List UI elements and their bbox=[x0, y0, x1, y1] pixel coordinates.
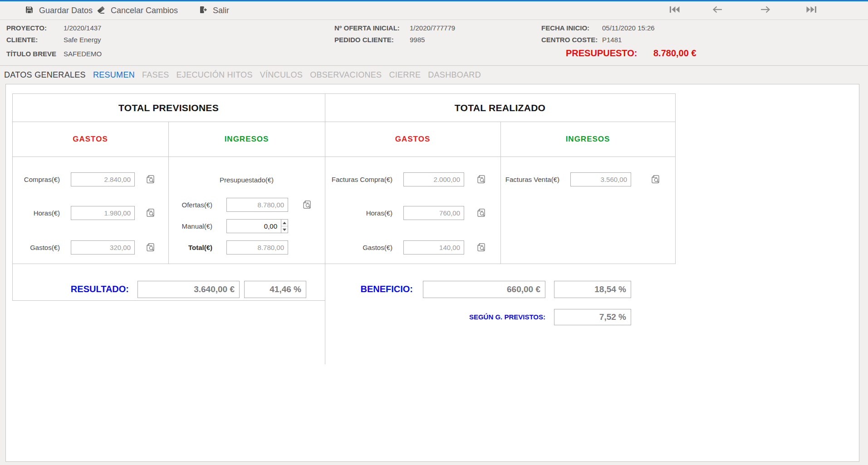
exit-button-label: Salir bbox=[213, 6, 229, 15]
compras-lookup-icon[interactable] bbox=[145, 174, 156, 185]
centro-coste-label: CENTRO COSTE: bbox=[541, 35, 598, 44]
previsiones-gastos-header-cell: GASTOS bbox=[12, 122, 168, 157]
table-line-under-resultado bbox=[12, 300, 325, 301]
realizado-ingresos-header-cell: INGRESOS bbox=[500, 122, 675, 157]
gastos-previstos-row: Gastos(€) bbox=[12, 240, 156, 255]
titulo-breve-value: SAFEDEMO bbox=[64, 49, 102, 58]
facturas-venta-input bbox=[570, 172, 631, 186]
realizado-ingresos-header: INGRESOS bbox=[566, 135, 610, 144]
facturas-compra-input bbox=[403, 172, 464, 186]
facturas-compra-row: Facturas Compra(€) bbox=[325, 172, 486, 186]
toolbar: Guardar Datos Cancelar Cambios bbox=[0, 1, 868, 20]
segun-previstos-pct-box: 7,52 % bbox=[554, 309, 631, 325]
save-button-label: Guardar Datos bbox=[39, 6, 93, 15]
summary-table: TOTAL PREVISIONES TOTAL REALIZADO GASTOS… bbox=[12, 93, 676, 375]
tab-observaciones: OBSERVACIONES bbox=[310, 70, 382, 80]
gastos-previstos-label: Gastos(€) bbox=[12, 244, 60, 251]
beneficio-importe-value: 660,00 € bbox=[507, 284, 540, 294]
cancel-changes-button[interactable]: Cancelar Cambios bbox=[96, 1, 178, 20]
tab-resumen[interactable]: RESUMEN bbox=[93, 70, 135, 80]
realizado-title: TOTAL REALIZADO bbox=[455, 103, 546, 113]
spinner-down-icon[interactable] bbox=[281, 226, 288, 233]
cancel-changes-button-label: Cancelar Cambios bbox=[111, 6, 178, 15]
arrow-left-icon bbox=[711, 5, 724, 15]
compras-input bbox=[71, 172, 135, 186]
gastos-realizados-label: Gastos(€) bbox=[325, 244, 392, 251]
gastos-realizados-input bbox=[403, 240, 464, 255]
centro-coste-value: P1481 bbox=[602, 35, 622, 44]
tab-cierre: CIERRE bbox=[389, 70, 421, 80]
ofertas-label: Ofertas(€) bbox=[168, 201, 212, 209]
resultado-label: RESULTADO: bbox=[12, 284, 129, 294]
tab-ejecucion-hitos: EJECUCIÓN HITOS bbox=[177, 70, 253, 80]
ofertas-input bbox=[226, 198, 288, 212]
table-line-under-subheaders bbox=[12, 157, 676, 157]
facturas-compra-label: Facturas Compra(€) bbox=[325, 176, 392, 183]
manual-input[interactable] bbox=[226, 219, 281, 233]
tab-strip: DATOS GENERALES RESUMEN FASES EJECUCIÓN … bbox=[0, 66, 868, 84]
resultado-pct-box: 41,46 % bbox=[244, 281, 306, 298]
ofertas-row: Ofertas(€) bbox=[168, 198, 312, 212]
tab-dashboard: DASHBOARD bbox=[428, 70, 481, 80]
nav-last-button[interactable] bbox=[804, 4, 819, 17]
gastos-realizados-lookup-icon[interactable] bbox=[476, 242, 486, 253]
cliente-value: Safe Energy bbox=[64, 35, 101, 44]
fecha-inicio-value: 05/11/2020 15:26 bbox=[602, 24, 655, 32]
horas-realizadas-input bbox=[403, 206, 464, 220]
nav-next-button[interactable] bbox=[758, 4, 772, 17]
project-info-header: PROYECTO: 1/2020/1437 CLIENTE: Safe Ener… bbox=[0, 20, 868, 65]
table-border-right bbox=[675, 93, 676, 264]
horas-realizadas-row: Horas(€) bbox=[325, 206, 486, 220]
manual-row: Manual(€) bbox=[168, 219, 288, 233]
horas-previstas-lookup-icon[interactable] bbox=[145, 208, 156, 219]
gastos-previstos-input bbox=[71, 240, 135, 255]
titulo-breve-label: TÍTULO BREVE bbox=[6, 49, 56, 58]
segun-previstos-pct-value: 7,52 % bbox=[599, 312, 626, 322]
arrow-right-icon bbox=[759, 5, 771, 15]
realizado-gastos-header-cell: GASTOS bbox=[325, 122, 500, 157]
manual-spinner[interactable] bbox=[281, 219, 288, 233]
horas-previstas-row: Horas(€) bbox=[12, 206, 156, 220]
previsiones-section-header: TOTAL PREVISIONES bbox=[12, 94, 325, 122]
beneficio-label: BENEFICIO: bbox=[325, 284, 413, 294]
proyecto-value: 1/2020/1437 bbox=[64, 24, 101, 32]
pedido-cliente-label: PEDIDO CLIENTE: bbox=[334, 35, 394, 44]
total-previsto-row: Total(€) bbox=[168, 240, 288, 255]
horas-previstas-label: Horas(€) bbox=[12, 209, 60, 217]
exit-icon bbox=[198, 5, 207, 16]
exit-button[interactable]: Salir bbox=[198, 1, 229, 20]
save-icon bbox=[25, 5, 34, 16]
fecha-inicio-label: FECHA INICIO: bbox=[541, 24, 589, 32]
facturas-venta-lookup-icon[interactable] bbox=[650, 174, 661, 185]
nav-first-button[interactable] bbox=[667, 4, 682, 17]
tab-datos-generales[interactable]: DATOS GENERALES bbox=[4, 70, 86, 80]
save-button[interactable]: Guardar Datos bbox=[25, 1, 93, 20]
total-previsto-input bbox=[226, 240, 288, 255]
gastos-realizados-row: Gastos(€) bbox=[325, 240, 486, 255]
resultado-importe-value: 3.640,00 € bbox=[194, 284, 235, 294]
compras-row: Compras(€) bbox=[12, 172, 156, 186]
eraser-icon bbox=[96, 5, 105, 16]
table-line-under-fields bbox=[12, 264, 676, 264]
gastos-previstos-lookup-icon[interactable] bbox=[145, 242, 156, 253]
tab-vinculos: VÍNCULOS bbox=[260, 70, 303, 80]
tab-fases: FASES bbox=[142, 70, 169, 80]
spinner-up-icon[interactable] bbox=[281, 220, 288, 226]
pedido-cliente-value: 9985 bbox=[410, 35, 425, 44]
app-window: Guardar Datos Cancelar Cambios bbox=[0, 0, 868, 465]
facturas-venta-label: Facturas Venta(€) bbox=[500, 176, 559, 183]
beneficio-pct-box: 18,54 % bbox=[554, 281, 631, 298]
previsiones-title: TOTAL PREVISIONES bbox=[118, 103, 219, 113]
oferta-inicial-value: 1/2020/777779 bbox=[410, 24, 455, 32]
compras-label: Compras(€) bbox=[12, 176, 60, 183]
facturas-compra-lookup-icon[interactable] bbox=[476, 174, 486, 185]
presupuesto-label: PRESUPUESTO: bbox=[566, 48, 637, 59]
previsiones-gastos-header: GASTOS bbox=[73, 135, 108, 144]
go-first-icon bbox=[668, 5, 681, 15]
ofertas-lookup-icon[interactable] bbox=[301, 200, 312, 210]
previsiones-ingresos-header-cell: INGRESOS bbox=[168, 122, 325, 157]
nav-previous-button[interactable] bbox=[710, 4, 725, 17]
horas-realizadas-lookup-icon[interactable] bbox=[476, 208, 486, 219]
beneficio-importe-box: 660,00 € bbox=[423, 281, 545, 298]
resultado-importe-box: 3.640,00 € bbox=[137, 281, 240, 298]
